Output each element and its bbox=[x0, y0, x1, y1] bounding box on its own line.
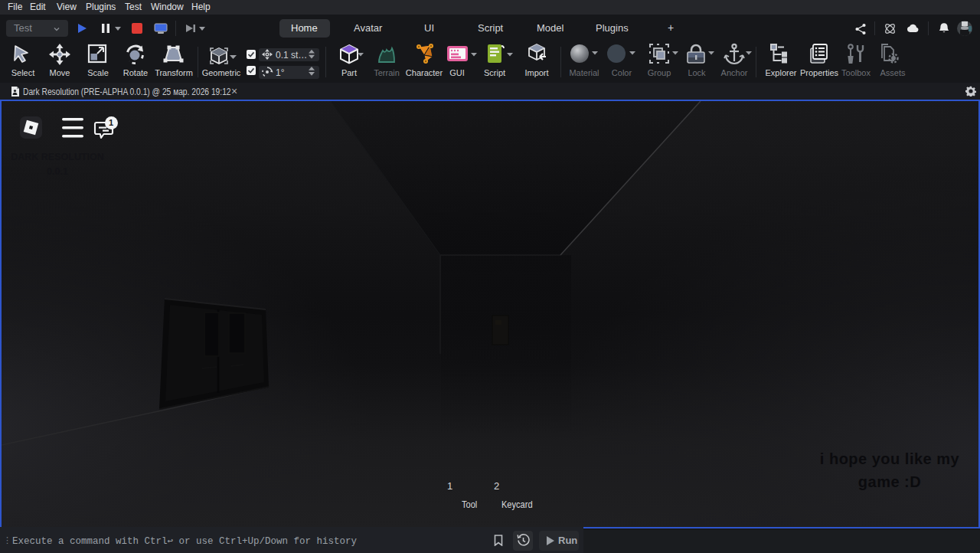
svg-text:0.1 st…: 0.1 st… bbox=[276, 50, 307, 61]
svg-text:1°: 1° bbox=[276, 67, 285, 78]
